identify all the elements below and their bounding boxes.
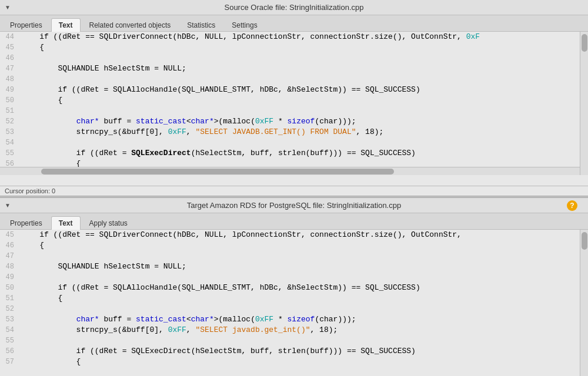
line-content: SQLHANDLE hSelectStm = NULL;	[21, 261, 586, 272]
top-tab-bar: Properties Text Related converted object…	[0, 15, 588, 32]
line-content: char* buff = static_cast<char*>(malloc(0…	[21, 314, 586, 325]
code-line: 49 if ((dRet = SQLAllocHandle(SQL_HANDLE…	[0, 85, 588, 95]
line-number: 45	[2, 230, 21, 240]
code-line: 54	[0, 137, 588, 148]
line-number: 46	[2, 53, 21, 63]
line-number: 55	[2, 335, 21, 346]
line-number: 50	[2, 95, 21, 106]
top-code-wrapper: 44 if ((dRet == SQLDriverConnect(hDBc, N…	[0, 32, 588, 175]
code-line: 55	[0, 335, 588, 346]
line-content: {	[21, 42, 586, 53]
line-number: 51	[2, 106, 21, 116]
code-line: 46	[0, 53, 588, 63]
code-line: 56 if ((dRet = SQLExecDirect(hSelectStm,…	[0, 346, 588, 357]
code-line: 44 if ((dRet == SQLDriverConnect(hDBc, N…	[0, 32, 588, 42]
line-number: 49	[2, 272, 21, 283]
bottom-vscroll[interactable]	[580, 230, 588, 376]
line-number: 55	[2, 148, 21, 159]
line-number: 52	[2, 116, 21, 127]
bottom-title-bar: ▼ Target Amazon RDS for PostgreSQL file:…	[0, 198, 588, 213]
code-line: 56 {	[0, 159, 588, 167]
tab-statistics-top[interactable]: Statistics	[179, 18, 223, 32]
line-number: 53	[2, 127, 21, 137]
line-number: 54	[2, 325, 21, 335]
code-line: 47	[0, 251, 588, 261]
line-number: 56	[2, 346, 21, 357]
line-number: 51	[2, 293, 21, 304]
tab-apply-status-bottom[interactable]: Apply status	[82, 216, 135, 230]
line-content: if ((dRet = SQLAllocHandle(SQL_HANDLE_ST…	[21, 283, 586, 293]
bottom-collapse-arrow[interactable]: ▼	[5, 202, 11, 209]
code-line: 50 {	[0, 95, 588, 106]
line-number: 47	[2, 63, 21, 74]
top-vscroll[interactable]	[580, 32, 588, 175]
line-number: 44	[2, 32, 21, 42]
code-line: 45 if ((dRet == SQLDriverConnect(hDBc, N…	[0, 230, 588, 240]
line-content: strncpy_s(&buff[0], 0xFF, "SELECT javadb…	[21, 325, 586, 335]
line-number: 46	[2, 240, 21, 251]
code-line: 52 char* buff = static_cast<char*>(mallo…	[0, 116, 588, 127]
code-line: 45 {	[0, 42, 588, 53]
line-content: if ((dRet = SQLExecDirect(hSelectStm, bu…	[21, 346, 586, 357]
code-line: 55 if ((dRet = SQLExecDirect(hSelectStm,…	[0, 148, 588, 159]
line-content: if ((dRet = SQLExecDirect(hSelectStm, bu…	[21, 148, 586, 159]
line-content: {	[21, 240, 586, 251]
top-collapse-arrow[interactable]: ▼	[5, 4, 11, 11]
tab-text-bottom[interactable]: Text	[51, 216, 81, 230]
line-content: {	[21, 293, 586, 304]
line-number: 45	[2, 42, 21, 53]
code-line: 54 strncpy_s(&buff[0], 0xFF, "SELECT jav…	[0, 325, 588, 335]
line-number: 53	[2, 314, 21, 325]
top-title-bar: ▼ Source Oracle file: StringInitializati…	[0, 0, 588, 15]
code-line: 50 if ((dRet = SQLAllocHandle(SQL_HANDLE…	[0, 283, 588, 293]
code-line: 46 {	[0, 240, 588, 251]
code-line: 49	[0, 272, 588, 283]
line-number: 47	[2, 251, 21, 261]
line-number: 52	[2, 304, 21, 314]
line-content: {	[21, 159, 586, 167]
top-hscroll-thumb[interactable]	[41, 169, 394, 174]
tab-related-top[interactable]: Related converted objects	[82, 18, 179, 32]
code-line: 47 SQLHANDLE hSelectStm = NULL;	[0, 63, 588, 74]
top-title: Source Oracle file: StringInitialization…	[224, 3, 363, 12]
code-line: 52	[0, 304, 588, 314]
help-icon[interactable]: ?	[567, 200, 577, 211]
line-content: if ((dRet == SQLDriverConnect(hDBc, NULL…	[21, 32, 586, 42]
line-content: if ((dRet == SQLDriverConnect(hDBc, NULL…	[21, 230, 586, 240]
top-hscroll[interactable]	[0, 167, 588, 175]
code-line: 48	[0, 74, 588, 85]
line-number: 48	[2, 261, 21, 272]
line-number: 56	[2, 159, 21, 167]
line-number: 48	[2, 74, 21, 85]
line-number: 54	[2, 137, 21, 148]
code-line: 51	[0, 106, 588, 116]
line-content: SQLHANDLE hSelectStm = NULL;	[21, 63, 586, 74]
bottom-title: Target Amazon RDS for PostgreSQL file: S…	[187, 201, 401, 210]
tab-text-top[interactable]: Text	[51, 18, 81, 32]
line-number: 50	[2, 283, 21, 293]
status-bar: Cursor position: 0	[0, 186, 588, 196]
line-content: {	[21, 357, 586, 367]
code-line: 57 {	[0, 357, 588, 367]
tab-properties-bottom[interactable]: Properties	[2, 216, 50, 230]
top-section: ▼ Source Oracle file: StringInitializati…	[0, 0, 588, 186]
line-number: 57	[2, 357, 21, 367]
line-number: 49	[2, 85, 21, 95]
tab-properties-top[interactable]: Properties	[2, 18, 50, 32]
line-content: strncpy_s(&buff[0], 0xFF, "SELECT JAVADB…	[21, 127, 586, 137]
bottom-code-wrapper: 45 if ((dRet == SQLDriverConnect(hDBc, N…	[0, 230, 588, 376]
top-vscroll-thumb[interactable]	[582, 34, 587, 52]
code-line: 51 {	[0, 293, 588, 304]
code-line: 53 char* buff = static_cast<char*>(mallo…	[0, 314, 588, 325]
tab-settings-top[interactable]: Settings	[224, 18, 265, 32]
bottom-vscroll-thumb[interactable]	[582, 232, 587, 250]
code-line: 48 SQLHANDLE hSelectStm = NULL;	[0, 261, 588, 272]
top-code-area[interactable]: 44 if ((dRet == SQLDriverConnect(hDBc, N…	[0, 32, 588, 167]
line-content: char* buff = static_cast<char*>(malloc(0…	[21, 116, 586, 127]
bottom-section: ▼ Target Amazon RDS for PostgreSQL file:…	[0, 198, 588, 376]
code-line: 53 strncpy_s(&buff[0], 0xFF, "SELECT JAV…	[0, 127, 588, 137]
bottom-tab-bar: Properties Text Apply status	[0, 213, 588, 230]
line-content: if ((dRet = SQLAllocHandle(SQL_HANDLE_ST…	[21, 85, 586, 95]
line-content: {	[21, 95, 586, 106]
bottom-code-area[interactable]: 45 if ((dRet == SQLDriverConnect(hDBc, N…	[0, 230, 588, 376]
